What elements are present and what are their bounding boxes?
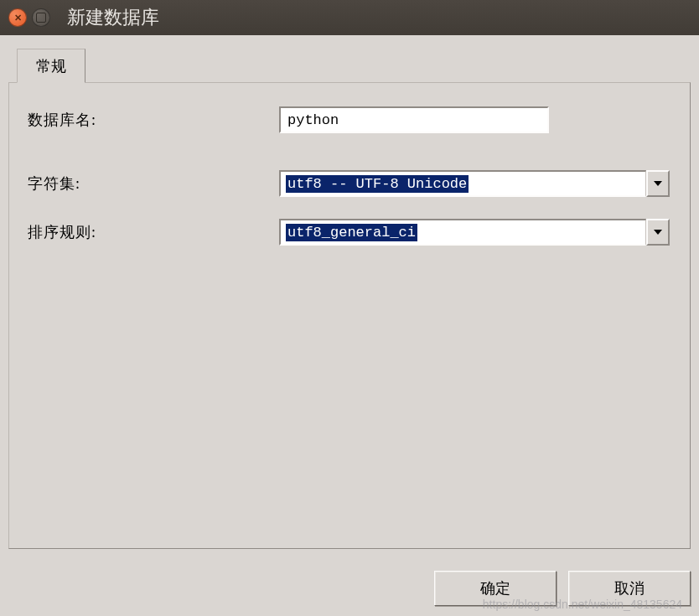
tab-general[interactable]: 常规 (17, 49, 85, 83)
collation-select-display: utf8_general_ci (279, 219, 646, 246)
minimize-icon[interactable] (32, 8, 50, 27)
cancel-button-label: 取消 (614, 578, 645, 598)
tab-header: 常规 (8, 49, 691, 82)
collation-select[interactable]: utf8_general_ci (279, 219, 670, 246)
dialog-window: 新建数据库 常规 数据库名: 字符集: utf8 -- UTF-8 Unico (0, 0, 699, 616)
collation-selected-value: utf8_general_ci (286, 224, 417, 241)
window-title: 新建数据库 (67, 5, 159, 30)
charset-selected-value: utf8 -- UTF-8 Unicode (286, 175, 469, 193)
chevron-down-icon[interactable] (646, 219, 670, 246)
row-charset: 字符集: utf8 -- UTF-8 Unicode (28, 170, 671, 197)
chevron-down-icon[interactable] (646, 170, 670, 197)
label-database-name: 数据库名: (28, 110, 279, 130)
charset-select[interactable]: utf8 -- UTF-8 Unicode (279, 170, 670, 197)
window-controls (8, 8, 50, 27)
label-charset: 字符集: (28, 173, 279, 194)
cancel-button[interactable]: 取消 (568, 571, 691, 606)
label-collation: 排序规则: (28, 222, 279, 242)
ok-button[interactable]: 确定 (434, 571, 557, 606)
row-collation: 排序规则: utf8_general_ci (28, 219, 671, 246)
tab-label: 常规 (36, 56, 66, 76)
ok-button-label: 确定 (480, 578, 510, 598)
button-bar: 确定 取消 (434, 571, 691, 606)
charset-select-display: utf8 -- UTF-8 Unicode (279, 170, 646, 197)
tab-panel-general: 数据库名: 字符集: utf8 -- UTF-8 Unicode 排序规则: (8, 82, 691, 549)
content-area: 常规 数据库名: 字符集: utf8 -- UTF-8 Unicode (8, 49, 691, 606)
database-name-input[interactable] (279, 106, 549, 133)
row-database-name: 数据库名: (28, 106, 671, 133)
close-icon[interactable] (8, 8, 27, 27)
titlebar: 新建数据库 (0, 0, 699, 35)
tab-container: 常规 数据库名: 字符集: utf8 -- UTF-8 Unicode (8, 49, 691, 606)
